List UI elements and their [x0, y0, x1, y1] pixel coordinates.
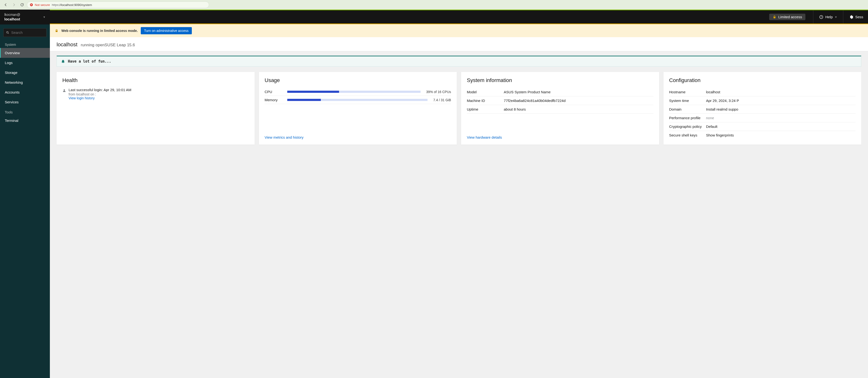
sidebar-item-accounts[interactable]: Accounts — [0, 87, 50, 97]
host-switcher[interactable]: lkocman@ localhost ▼ — [0, 9, 50, 25]
sidebar: lkocman@ localhost ▼ System Overview Log… — [0, 9, 50, 378]
browser-chrome-bar: ✕ Not secure https://localhost:9090/syst… — [0, 0, 868, 9]
cpu-usage-bar — [287, 91, 421, 93]
sidebar-item-label: Logs — [5, 61, 13, 65]
session-menu-button[interactable]: Sess — [844, 10, 868, 24]
help-icon: ? — [819, 15, 824, 19]
card-title: Health — [62, 77, 249, 84]
card-title: System information — [467, 77, 653, 84]
view-hardware-link[interactable]: View hardware details — [467, 135, 653, 139]
session-label: Sess — [855, 15, 863, 19]
view-metrics-link[interactable]: View metrics and history — [265, 135, 451, 139]
reload-icon — [20, 3, 24, 7]
motd-card: Have a lot of fun... — [57, 56, 861, 67]
card-title: Configuration — [669, 77, 856, 84]
usage-label: CPU — [265, 90, 281, 94]
chevron-down-icon: ▼ — [835, 16, 837, 19]
last-login-text: Last successful login: Apr 29, 10:01 AM — [69, 88, 131, 92]
bell-icon — [61, 59, 65, 63]
kv-value: 77f2e4ba6a824c81a40b04dedfb7224d — [504, 98, 653, 103]
browser-forward-button — [10, 1, 17, 8]
last-login-from: from localhost on : — [69, 92, 131, 96]
kv-value: ASUS System Product Name — [504, 90, 653, 94]
sidebar-item-label: Storage — [5, 70, 18, 75]
lock-icon — [773, 15, 776, 19]
nav-section-system: System — [0, 39, 50, 48]
host-name: localhost — [4, 17, 20, 22]
sidebar-item-terminal[interactable]: Terminal — [0, 116, 50, 125]
kv-key: Domain — [669, 107, 703, 111]
kv-value: Apr 29, 2024, 3:24 P — [706, 98, 856, 103]
nav-section-tools: Tools — [0, 107, 50, 116]
main-area: Limited access ? Help ▼ Sess Web console… — [50, 9, 868, 378]
sidebar-item-networking[interactable]: Networking — [0, 78, 50, 87]
card-title: Usage — [265, 77, 451, 84]
lock-icon — [55, 29, 59, 33]
svg-text:?: ? — [820, 16, 822, 18]
user-icon — [62, 88, 66, 93]
usage-row-cpu: CPU 39% of 16 CPUs — [265, 88, 451, 96]
kv-key: System time — [669, 98, 703, 103]
kv-key: Machine ID — [467, 98, 500, 103]
view-login-history-link[interactable]: View login history — [69, 96, 131, 100]
usage-row-memory: Memory 7.4 / 31 GiB — [265, 96, 451, 104]
page-title: localhost — [57, 41, 78, 48]
configuration-card: Configuration Hostnamelocalhost System t… — [663, 72, 862, 145]
kv-value: localhost — [706, 90, 856, 94]
alert-message: Web console is running in limited access… — [61, 29, 138, 33]
url-text: https://localhost:9090/system — [52, 3, 92, 7]
browser-url-bar[interactable]: ✕ Not secure https://localhost:9090/syst… — [27, 1, 209, 8]
svg-rect-4 — [56, 30, 58, 32]
search-icon — [6, 31, 9, 34]
sidebar-item-services[interactable]: Services — [0, 97, 50, 107]
sidebar-item-label: Overview — [5, 51, 20, 55]
sidebar-item-overview[interactable]: Overview — [0, 48, 50, 58]
kv-value: Default — [706, 124, 856, 128]
sidebar-item-logs[interactable]: Logs — [0, 58, 50, 68]
kv-key: Cryptographic policy — [669, 124, 703, 128]
page-subtitle: running openSUSE Leap 15.6 — [81, 43, 135, 48]
sidebar-item-storage[interactable]: Storage — [0, 68, 50, 78]
limited-access-label: Limited access — [778, 15, 802, 19]
help-menu-button[interactable]: ? Help ▼ — [814, 10, 842, 24]
svg-rect-1 — [774, 17, 775, 18]
sidebar-item-label: Terminal — [5, 118, 19, 122]
turn-on-admin-button[interactable]: Turn on administrative access — [141, 27, 192, 34]
not-secure-icon: ✕ — [30, 3, 33, 6]
sidebar-item-label: Networking — [5, 80, 23, 84]
kv-key: Uptime — [467, 107, 500, 111]
not-secure-label: Not secure — [35, 3, 50, 7]
arrow-left-icon — [4, 3, 8, 7]
help-label: Help — [825, 15, 833, 19]
page-header: localhost running openSUSE Leap 15.6 — [50, 37, 868, 51]
sidebar-item-label: Accounts — [5, 90, 20, 94]
memory-usage-bar — [287, 99, 428, 101]
usage-value: 39% of 16 CPUs — [426, 90, 451, 94]
arrow-right-icon — [12, 3, 16, 7]
system-info-card: System information ModelASUS System Prod… — [461, 72, 659, 145]
browser-reload-button[interactable] — [19, 1, 25, 8]
usage-label: Memory — [265, 98, 281, 102]
topbar: Limited access ? Help ▼ Sess — [50, 10, 868, 24]
usage-value: 7.4 / 31 GiB — [433, 98, 451, 102]
health-card: Health Last successful login: Apr 29, 10… — [57, 72, 255, 145]
kv-value: Install realmd suppo — [706, 107, 856, 111]
kv-key: Model — [467, 90, 500, 94]
limited-access-button[interactable]: Limited access — [769, 14, 805, 20]
search-input[interactable] — [11, 30, 44, 34]
usage-card: Usage CPU 39% of 16 CPUs Memory 7.4 / 31… — [259, 72, 457, 145]
kv-value: none — [706, 116, 856, 120]
kv-key: Hostname — [669, 90, 703, 94]
limited-access-alert: Web console is running in limited access… — [50, 24, 868, 37]
kv-value: about 8 hours — [504, 107, 653, 111]
kv-key: Secure shell keys — [669, 133, 703, 137]
chevron-down-icon: ▼ — [43, 16, 45, 19]
browser-back-button[interactable] — [2, 1, 9, 8]
show-fingerprints-link[interactable]: Show fingerprints — [706, 133, 856, 137]
gear-icon — [849, 15, 854, 19]
svg-point-0 — [6, 31, 8, 33]
search-box[interactable] — [3, 28, 46, 37]
sidebar-item-label: Services — [5, 100, 19, 104]
kv-key: Performance profile — [669, 116, 703, 120]
motd-text: Have a lot of fun... — [68, 59, 111, 63]
